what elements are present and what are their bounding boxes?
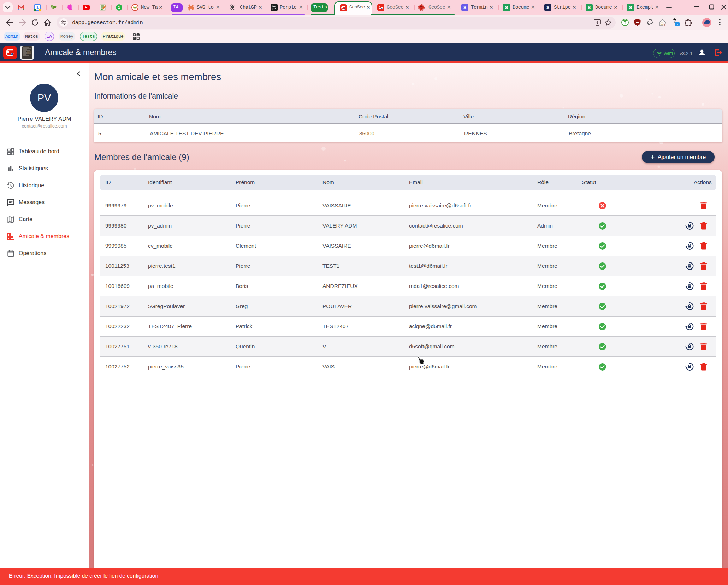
svg-text:S: S [629,5,632,10]
svg-text:S: S [463,5,467,10]
svg-text:1: 1 [118,5,120,10]
svg-text:1: 1 [664,23,665,27]
svg-text:1: 1 [36,6,39,10]
svg-text:S: S [546,5,550,10]
svg-text:S: S [588,5,591,10]
svg-text:S: S [505,5,508,10]
